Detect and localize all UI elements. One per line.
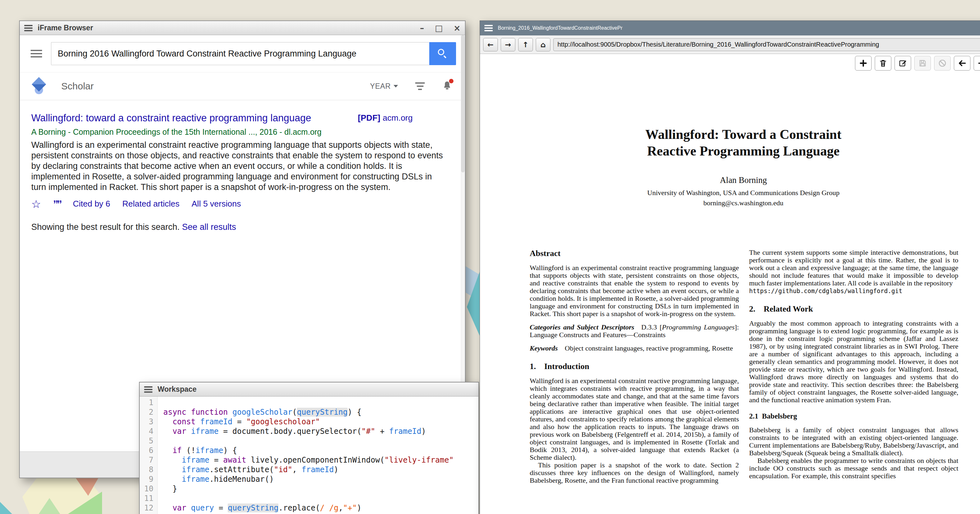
- chevron-down-icon: [393, 85, 398, 88]
- all-versions-link[interactable]: All 5 versions: [192, 199, 241, 209]
- edit-icon: [899, 59, 907, 67]
- workspace-window: Workspace 123456789101112 async function…: [139, 382, 479, 514]
- plus-icon: [859, 59, 867, 67]
- notification-dot: [449, 79, 453, 83]
- save-button[interactable]: [914, 56, 931, 70]
- back-icon[interactable]: ←: [483, 38, 498, 51]
- pdf-viewer-window: Borning_2016_WallingfordTowardConstraint…: [480, 21, 980, 514]
- window-title: Workspace: [158, 385, 196, 394]
- prev-page-button[interactable]: [954, 56, 970, 70]
- pdf-source-link[interactable]: [PDF] acm.org: [358, 113, 413, 123]
- workspace-code[interactable]: async function googleScholar(queryString…: [158, 396, 478, 514]
- see-all-results-link[interactable]: See all results: [182, 222, 236, 232]
- window-menu-icon[interactable]: [484, 25, 493, 31]
- workspace-titlebar[interactable]: Workspace: [140, 383, 478, 396]
- paper-email: borning@cs.washington.edu: [488, 199, 980, 207]
- close-button[interactable]: ×: [453, 23, 460, 33]
- forward-icon[interactable]: →: [501, 38, 515, 51]
- paper-title: Wallingford: Toward a Constraint Reactiv…: [488, 126, 980, 159]
- filter-icon[interactable]: [415, 82, 425, 90]
- cite-quote-icon[interactable]: ””: [53, 200, 60, 208]
- alerts-bell-icon[interactable]: [442, 80, 452, 92]
- home-icon[interactable]: ⌂: [536, 38, 550, 51]
- trash-icon: [879, 59, 887, 67]
- search-button[interactable]: [429, 42, 456, 65]
- scholar-menu-icon[interactable]: [30, 50, 42, 57]
- pdf-titlebar[interactable]: Borning_2016_WallingfordTowardConstraint…: [480, 21, 980, 35]
- related-articles-link[interactable]: Related articles: [123, 199, 180, 209]
- results-footer: Showing the best result for this search.…: [31, 222, 457, 232]
- minimize-button[interactable]: –: [420, 23, 424, 33]
- delete-button[interactable]: [875, 56, 891, 70]
- window-menu-icon[interactable]: [144, 386, 153, 393]
- search-input[interactable]: [51, 42, 429, 65]
- workspace-gutter: 123456789101112: [140, 396, 158, 514]
- pdf-page: Wallingford: Toward a Constraint Reactiv…: [480, 54, 980, 514]
- result-title-link[interactable]: Wallingford: toward a constraint reactiv…: [31, 112, 335, 124]
- paper-author: Alan Borning: [488, 175, 980, 185]
- paper-right-column: The current system supports some simple …: [749, 249, 958, 480]
- cancel-button[interactable]: [934, 56, 951, 70]
- search-icon: [438, 49, 447, 58]
- window-title: iFrame Browser: [38, 24, 93, 32]
- cited-by-link[interactable]: Cited by 6: [73, 199, 110, 209]
- block-icon: [938, 59, 947, 67]
- next-page-button[interactable]: [974, 56, 980, 70]
- scholar-brand: Scholar: [61, 81, 94, 92]
- save-icon: [918, 59, 927, 67]
- arrow-left-icon: [958, 59, 967, 67]
- save-star-icon[interactable]: ☆: [31, 200, 41, 209]
- window-title: Borning_2016_WallingfordTowardConstraint…: [498, 25, 622, 31]
- edit-button[interactable]: [894, 56, 911, 70]
- iframe-browser-titlebar[interactable]: iFrame Browser – □ ×: [20, 21, 465, 35]
- arrow-right-icon: [977, 59, 980, 67]
- result-snippet: Wallingford is an experimental constrain…: [31, 140, 445, 193]
- url-field[interactable]: http://localhost:9005/Dropbox/Thesis/Lit…: [553, 38, 980, 51]
- year-filter-dropdown[interactable]: YEAR: [370, 82, 398, 91]
- paper-affiliation: University of Washington, USA and Commun…: [488, 189, 980, 197]
- window-menu-icon[interactable]: [24, 25, 33, 31]
- desktop-shape-teal-corner: [0, 502, 13, 514]
- scholar-logo-icon[interactable]: [33, 78, 48, 94]
- maximize-button[interactable]: □: [435, 23, 443, 33]
- up-icon[interactable]: ↑: [518, 38, 533, 51]
- paper-left-column: AbstractWallingford is an experimental c…: [530, 249, 739, 484]
- result-byline: A Borning - Companion Proceedings of the…: [31, 128, 457, 137]
- add-button[interactable]: [855, 56, 872, 70]
